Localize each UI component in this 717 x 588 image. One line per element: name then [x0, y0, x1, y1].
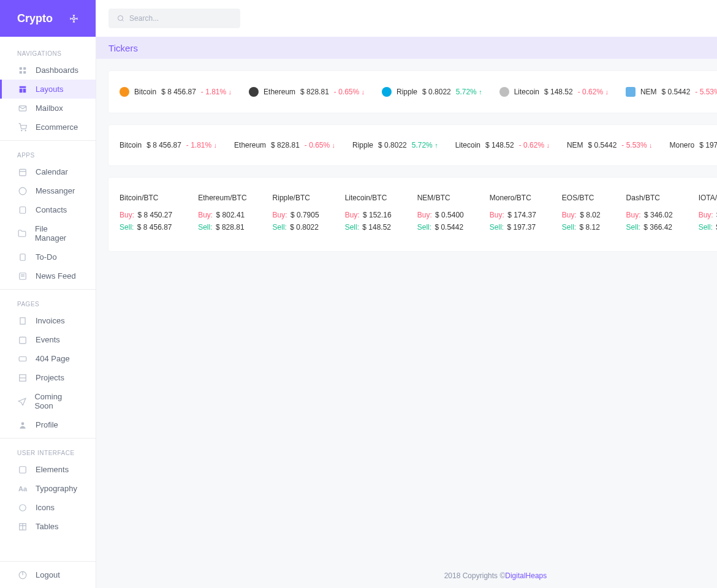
footer-link[interactable]: DigitalHeaps: [505, 571, 547, 580]
buy-label: Buy:: [273, 211, 287, 219]
nav-item-events[interactable]: Events: [0, 330, 96, 349]
nav-item-contacts[interactable]: Contacts: [0, 200, 96, 219]
nav-item-label: Ecommerce: [36, 123, 78, 132]
sidebar: Crypto NAVIGATIONSDashboardsLayoutsMailb…: [0, 0, 96, 588]
nav-item-404-page[interactable]: 404 Page: [0, 349, 96, 368]
coin-price: $ 828.81: [271, 141, 300, 149]
sell-label: Sell:: [626, 223, 640, 232]
nav-item-dashboards[interactable]: Dashboards: [0, 61, 96, 80]
nav-item-profile[interactable]: Profile: [0, 415, 96, 434]
svg-rect-5: [20, 86, 26, 88]
footer-text: 2018 Copyrights ©: [444, 571, 506, 580]
soon-icon: [17, 397, 27, 405]
search-box[interactable]: [108, 9, 240, 28]
news-icon: [17, 272, 28, 281]
icons-icon: [17, 503, 28, 512]
sell-value: $ 8.12: [580, 223, 600, 232]
nav-item-coming-soon[interactable]: Coming Soon: [0, 387, 96, 415]
nav-item-label: Projects: [36, 373, 64, 382]
calendar-icon: [17, 168, 28, 176]
nav-item-label: Coming Soon: [34, 392, 78, 410]
coin-change: 5.72% ↑: [412, 141, 438, 149]
nav-item-projects[interactable]: Projects: [0, 368, 96, 387]
buy-label: Buy:: [699, 211, 713, 219]
invoice-icon: [17, 317, 28, 325]
coin-name: Litecoin: [455, 141, 480, 149]
nav-item-icons[interactable]: Icons: [0, 498, 96, 517]
sell-label: Sell:: [490, 223, 504, 232]
brand-name: Crypto: [17, 12, 53, 25]
coin-change: - 0.62% ↓: [578, 88, 609, 96]
coin-price: $ 148.52: [485, 141, 514, 149]
svg-point-0: [73, 17, 75, 20]
nav-item-messanger[interactable]: Messanger: [0, 181, 96, 200]
svg-rect-2: [23, 67, 26, 69]
events-icon: [17, 336, 28, 344]
svg-point-24: [21, 422, 25, 425]
sell-label: Sell:: [562, 223, 576, 232]
coin-icon: [382, 87, 392, 97]
logout-link[interactable]: Logout: [0, 561, 96, 588]
404-icon: [17, 355, 28, 363]
svg-point-9: [21, 130, 22, 130]
coin-change: 5.72% ↑: [456, 88, 482, 96]
coin-change: - 1.81% ↓: [201, 88, 232, 96]
nav-item-label: 404 Page: [36, 354, 70, 363]
coin-name: Litecoin: [514, 88, 539, 96]
coin-name: Ethereum: [264, 88, 295, 96]
elements-icon: [17, 466, 28, 474]
chat-icon: [17, 187, 28, 195]
search-input[interactable]: [129, 14, 232, 23]
nav-item-calendar[interactable]: Calendar: [0, 162, 96, 181]
sell-value: $ 0.8022: [290, 223, 319, 232]
nav-item-invoices[interactable]: Invoices: [0, 311, 96, 330]
svg-rect-21: [19, 356, 26, 361]
coin-price: $ 8 456.87: [161, 88, 196, 96]
svg-rect-6: [20, 88, 23, 92]
ticker-item: NEM$ 0.5442- 5.53% ↓: [567, 141, 653, 149]
coin-name: Bitcoin: [120, 141, 142, 149]
pair-column: Monero/BTCBuy: $ 174.37Sell: $ 197.37: [490, 194, 536, 235]
ticker-card-1: Bitcoin$ 8 456.87- 1.81% ↓Ethereum$ 828.…: [108, 71, 717, 113]
buy-value: $ 152.16: [363, 211, 392, 219]
coin-change: - 5.53% ↓: [695, 88, 717, 96]
nav-item-news-feed[interactable]: News Feed: [0, 266, 96, 285]
ticker-item: Ethereum$ 828.81- 0.65% ↓: [249, 87, 365, 97]
ticker-item: Ripple$ 0.80225.72% ↑: [382, 87, 482, 97]
sell-label: Sell:: [120, 223, 134, 232]
nav-item-label: Contacts: [36, 205, 67, 214]
nav-item-ecommerce[interactable]: Ecommerce: [0, 118, 96, 137]
logout-label: Logout: [36, 570, 60, 579]
nav-item-elements[interactable]: Elements: [0, 460, 96, 479]
coin-change: - 0.65% ↓: [334, 88, 365, 96]
sell-value: $ 0.5442: [434, 223, 463, 232]
coin-price: $ 8 456.87: [146, 141, 181, 149]
pair-column: Ripple/BTCBuy: $ 0.7905Sell: $ 0.8022: [273, 194, 319, 235]
nav-item-mailbox[interactable]: Mailbox: [0, 99, 96, 118]
settings-icon[interactable]: [69, 14, 78, 23]
ticker-item: Ripple$ 0.80225.72% ↑: [352, 141, 438, 149]
profile-icon: [17, 421, 28, 429]
nav-item-tables[interactable]: Tables: [0, 517, 96, 536]
coin-icon: [499, 87, 509, 97]
pair-name: Ethereum/BTC: [198, 194, 246, 202]
nav-item-file-manager[interactable]: File Manager: [0, 219, 96, 247]
svg-rect-3: [20, 71, 22, 74]
pair-column: Litecoin/BTCBuy: $ 152.16Sell: $ 148.52: [345, 194, 392, 235]
coin-price: $ 197.37: [699, 141, 717, 149]
coin-change: - 1.81% ↓: [186, 141, 217, 149]
svg-rect-15: [20, 254, 25, 260]
ticker-item: Bitcoin$ 8 456.87- 1.81% ↓: [120, 87, 232, 97]
coin-name: Ethereum: [234, 141, 266, 149]
buy-value: $ 802.41: [216, 211, 245, 219]
nav-item-typography[interactable]: AaTypography: [0, 479, 96, 498]
coin-price: $ 148.52: [544, 88, 573, 96]
nav-item-to-do[interactable]: To-Do: [0, 247, 96, 266]
nav-item-layouts[interactable]: Layouts: [0, 80, 96, 99]
nav-item-label: To-Do: [36, 252, 57, 262]
coin-icon: [120, 87, 129, 97]
coin-price: $ 0.5442: [588, 141, 617, 149]
buy-label: Buy:: [562, 211, 577, 219]
buy-label: Buy:: [120, 211, 134, 219]
pair-name: Monero/BTC: [490, 194, 536, 202]
